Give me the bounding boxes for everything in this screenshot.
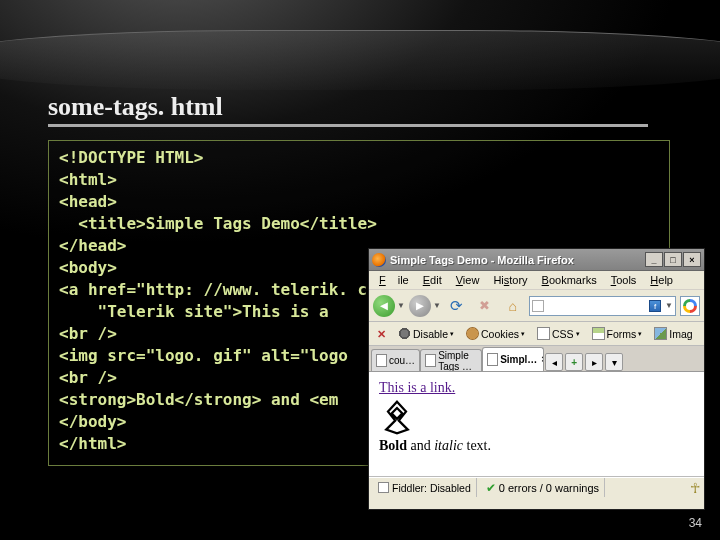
minimize-button[interactable]: _	[645, 252, 663, 267]
webdev-forms[interactable]: Forms▾	[588, 325, 647, 342]
bold-italic-text: Bold and italic text.	[379, 438, 694, 454]
tab-3-active[interactable]: Simpl…✕	[482, 347, 544, 371]
titlebar[interactable]: Simple Tags Demo - Mozilla Firefox _ □ ×	[369, 249, 704, 271]
tab-scroll-left[interactable]: ◂	[545, 353, 563, 371]
error-count[interactable]: ✔0 errors / 0 warnings	[481, 478, 605, 497]
page-icon	[425, 354, 436, 367]
menu-bookmarks[interactable]: Bookmarks	[536, 272, 603, 288]
tab-1[interactable]: cou…	[371, 349, 420, 371]
tab-close-icon[interactable]: ✕	[541, 355, 544, 364]
demo-link[interactable]: This is a link.	[379, 380, 455, 395]
url-input[interactable]: f ▼	[529, 296, 676, 316]
maximize-button[interactable]: □	[664, 252, 682, 267]
window-title: Simple Tags Demo - Mozilla Firefox	[390, 254, 645, 266]
check-icon: ✔	[486, 481, 496, 495]
search-engine-button[interactable]	[680, 296, 700, 316]
tab-2[interactable]: Simple Tags …	[420, 349, 482, 371]
reload-button[interactable]: ⟳	[445, 294, 469, 318]
page-number: 34	[689, 516, 702, 530]
tab-list-button[interactable]: ▾	[605, 353, 623, 371]
fiddler-status[interactable]: Fiddler: Disabled	[373, 478, 477, 497]
menubar: File Edit View History Bookmarks Tools H…	[369, 271, 704, 290]
menu-help[interactable]: Help	[644, 272, 679, 288]
close-button[interactable]: ×	[683, 252, 701, 267]
statusbar: Fiddler: Disabled ✔0 errors / 0 warnings…	[369, 477, 704, 497]
page-icon	[487, 353, 498, 366]
url-dropdown-icon[interactable]: ▼	[665, 301, 673, 310]
browser-window: Simple Tags Demo - Mozilla Firefox _ □ ×…	[368, 248, 705, 510]
back-button[interactable]: ◄	[373, 295, 395, 317]
demo-logo-image	[379, 399, 415, 435]
home-button[interactable]: ⌂	[501, 294, 525, 318]
site-identity-icon[interactable]	[532, 300, 544, 312]
tabbar: cou… Simple Tags … Simpl…✕ ◂ + ▸ ▾	[369, 346, 704, 372]
webdev-css[interactable]: CSS▾	[533, 325, 584, 342]
page-icon	[376, 354, 387, 367]
menu-history[interactable]: History	[487, 272, 533, 288]
forward-dropdown-icon[interactable]: ▼	[433, 301, 441, 310]
forward-button: ►	[409, 295, 431, 317]
tab-scroll-right[interactable]: ▸	[585, 353, 603, 371]
page-content: This is a link. Bold and italic text.	[369, 372, 704, 477]
menu-view[interactable]: View	[450, 272, 486, 288]
menu-tools[interactable]: Tools	[605, 272, 643, 288]
webdev-close-button[interactable]: ✕	[373, 326, 390, 342]
webdev-disable[interactable]: Disable▾	[394, 325, 458, 342]
webdev-cookies[interactable]: Cookies▾	[462, 325, 529, 342]
nav-toolbar: ◄ ▼ ► ▼ ⟳ ✖ ⌂ f ▼	[369, 290, 704, 322]
webdev-toolbar: ✕ Disable▾ Cookies▾ CSS▾ Forms▾ Imag	[369, 322, 704, 346]
new-tab-button[interactable]: +	[565, 353, 583, 371]
back-dropdown-icon[interactable]: ▼	[397, 301, 405, 310]
rss-icon[interactable]: f	[649, 300, 661, 312]
webdev-images[interactable]: Imag	[650, 325, 696, 342]
slide-title: some-tags. html	[48, 92, 648, 127]
stop-button: ✖	[473, 294, 497, 318]
menu-file[interactable]: File	[373, 272, 415, 288]
menu-edit[interactable]: Edit	[417, 272, 448, 288]
firefox-icon	[372, 253, 386, 267]
ankh-icon[interactable]: ☥	[690, 480, 700, 496]
